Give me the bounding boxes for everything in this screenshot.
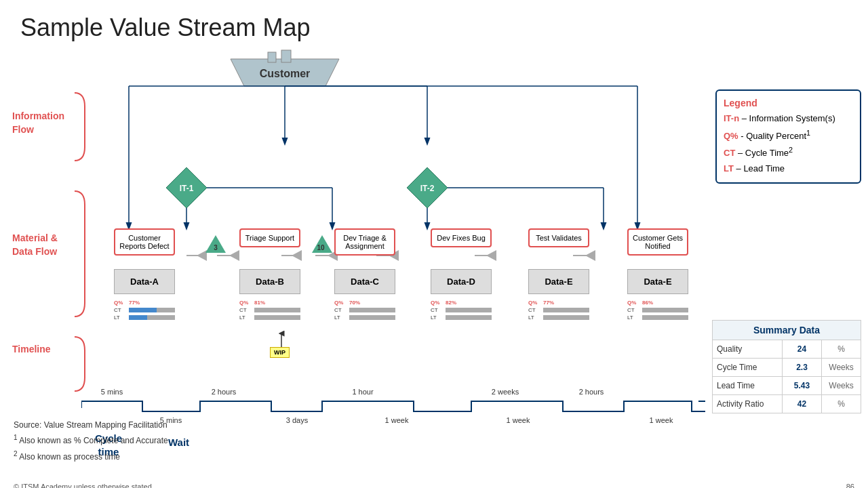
summary-header: Summary Data — [713, 321, 861, 340]
footer: © ITSM Academy unless otherwise stated 8… — [0, 483, 868, 488]
legend-item-ct: CT – Cycle Time2 — [724, 144, 853, 160]
legend-box: Legend IT-n – Information System(s) Q% -… — [715, 89, 861, 184]
svg-text:1 week: 1 week — [385, 416, 409, 424]
wip-arrow-svg — [275, 330, 288, 350]
metrics-p4: Q% 82% CT LT — [431, 300, 492, 321]
footer-copyright: © ITSM Academy unless otherwise stated — [14, 483, 152, 488]
legend-item-it: IT-n – Information System(s) — [724, 112, 853, 125]
svg-text:IT-1: IT-1 — [180, 184, 194, 193]
summary-row-lead-time: Lead Time 5.43 Weeks — [713, 377, 861, 395]
process-test-validates: Test Validates — [528, 228, 589, 247]
svg-text:2 hours: 2 hours — [212, 388, 237, 396]
source-notes: Source: Value Stream Mapping Facilitatio… — [14, 418, 168, 464]
label-info-flow: InformationFlow — [12, 110, 64, 136]
summary-row-cycle-time: Cycle Time 2.3 Weeks — [713, 359, 861, 377]
legend-item-lt: LT – Lead Time — [724, 162, 853, 176]
svg-text:1 hour: 1 hour — [352, 388, 374, 396]
svg-rect-2 — [281, 50, 291, 62]
data-box-e1: Data-E — [528, 269, 589, 294]
legend-title: Legend — [724, 98, 853, 108]
legend-item-q: Q% - Quality Percent1 — [724, 127, 853, 143]
summary-table: Summary Data Quality 24 % Cycle Time 2.3… — [712, 320, 861, 413]
process-triage-support: Triage Support — [239, 228, 300, 247]
metrics-p5: Q% 77% CT LT — [528, 300, 589, 321]
page-title: Sample Value Stream Map — [0, 0, 868, 49]
process-customer-gets-notified: Customer Gets Notified — [627, 228, 688, 256]
queue-label-1: 3 — [207, 244, 224, 251]
label-timeline: Timeline — [12, 344, 51, 354]
svg-text:Customer: Customer — [260, 68, 311, 79]
svg-rect-1 — [268, 52, 276, 62]
queue-label-2: 10 — [311, 244, 331, 251]
svg-text:IT-2: IT-2 — [420, 184, 435, 193]
svg-text:1 week: 1 week — [507, 416, 530, 424]
data-box-c: Data-C — [334, 269, 395, 294]
svg-text:3 days: 3 days — [286, 416, 309, 424]
summary-row-activity-ratio: Activity Ratio 42 % — [713, 395, 861, 413]
metrics-p2: Q% 81% CT LT — [239, 300, 300, 321]
svg-text:2 weeks: 2 weeks — [492, 388, 519, 396]
data-box-a: Data-A — [114, 269, 175, 294]
data-box-e2: Data-E — [627, 269, 688, 294]
metrics-p3: Q% 70% CT LT — [334, 300, 395, 321]
process-customer-reports-defect: Customer Reports Defect — [114, 228, 175, 256]
svg-text:2 hours: 2 hours — [579, 388, 604, 396]
process-dev-fixes-bug: Dev Fixes Bug — [431, 228, 492, 247]
svg-text:5 mins: 5 mins — [101, 388, 123, 396]
process-dev-triage: Dev Triage & Assignment — [334, 228, 395, 256]
label-material-data-flow: Material &Data Flow — [12, 232, 58, 258]
wait-label: Wait — [168, 436, 189, 448]
svg-text:1 week: 1 week — [650, 416, 673, 424]
footer-page: 86 — [846, 483, 854, 488]
data-box-d: Data-D — [431, 269, 492, 294]
metrics-p1: Q% 77% CT LT — [114, 300, 175, 321]
summary-row-quality: Quality 24 % — [713, 340, 861, 359]
metrics-p6: Q% 86% CT LT — [627, 300, 688, 321]
data-box-b: Data-B — [239, 269, 300, 294]
